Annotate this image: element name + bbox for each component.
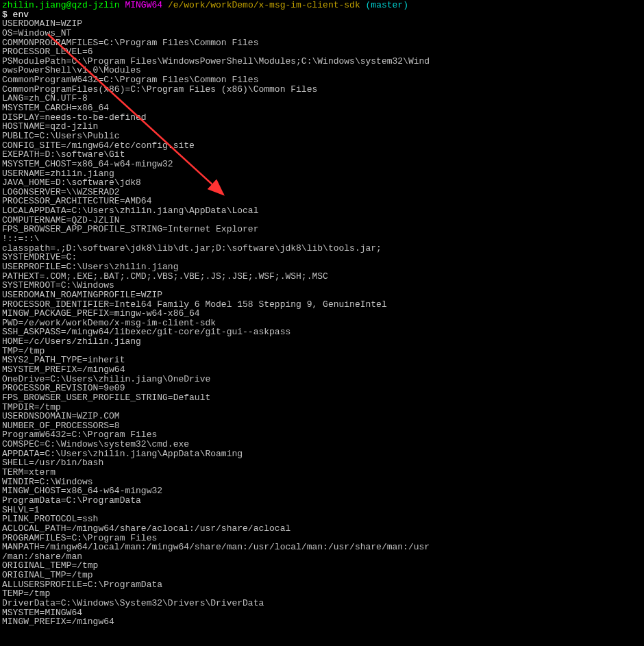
env-var-line: TERM=xterm	[2, 468, 642, 477]
env-var-line: PROCESSOR_ARCHITECTURE=AMD64	[2, 197, 642, 206]
env-var-line: MSYSTEM_CHOST=x86_64-w64-mingw32	[2, 160, 642, 169]
prompt-branch: (master)	[366, 0, 408, 10]
env-var-line: classpath=.;D:\software\jdk8\lib\dt.jar;…	[2, 244, 642, 253]
env-var-line: LANG=zh_CN.UTF-8	[2, 94, 642, 103]
env-var-line: ORIGINAL_TEMP=/tmp	[2, 561, 642, 571]
env-var-line: TMP=/tmp	[2, 347, 642, 356]
env-var-line: LOCALAPPDATA=C:\Users\zhilin.jiang\AppDa…	[2, 206, 642, 216]
env-var-line: ProgramData=C:\ProgramData	[2, 496, 642, 506]
env-var-line: PROGRAMFILES=C:\Program Files	[2, 534, 642, 543]
env-var-line: USERDNSDOMAIN=WZIP.COM	[2, 412, 642, 421]
env-var-line: COMSPEC=C:\Windows\system32\cmd.exe	[2, 440, 642, 449]
env-var-line: NUMBER_OF_PROCESSORS=8	[2, 421, 642, 431]
env-var-line: MINGW_PREFIX=/mingw64	[2, 617, 642, 627]
terminal-output: USERDOMAIN=WZIPOS=Windows_NTCOMMONPROGRA…	[2, 19, 642, 627]
env-var-line: CONFIG_SITE=/mingw64/etc/config.site	[2, 141, 642, 151]
command-line[interactable]: $ env	[2, 10, 642, 20]
prompt-line: zhilin.jiang@qzd-jzlin MINGW64 /e/work/w…	[2, 1, 642, 10]
env-var-line: PWD=/e/work/workDemo/x-msg-im-client-sdk	[2, 319, 642, 328]
env-var-line: PROCESSOR_REVISION=9e09	[2, 384, 642, 393]
prompt-path: /e/work/workDemo/x-msg-im-client-sdk	[168, 0, 360, 10]
env-var-line: ALLUSERSPROFILE=C:\ProgramData	[2, 580, 642, 590]
env-var-line: DISPLAY=needs-to-be-defined	[2, 113, 642, 123]
env-var-line: PSModulePath=C:\Program Files\WindowsPow…	[2, 57, 642, 66]
env-var-line: CommonProgramW6432=C:\Program Files\Comm…	[2, 75, 642, 85]
env-var-line: MINGW_CHOST=x86_64-w64-mingw32	[2, 486, 642, 496]
env-var-line: TEMP=/tmp	[2, 589, 642, 599]
env-var-line: CommonProgramFiles(x86)=C:\Program Files…	[2, 85, 642, 95]
env-var-line: EXEPATH=D:\software\Git	[2, 150, 642, 160]
env-var-line: OneDrive=C:\Users\zhilin.jiang\OneDrive	[2, 375, 642, 384]
env-var-line: USERNAME=zhilin.jiang	[2, 169, 642, 179]
env-var-line: PUBLIC=C:\Users\Public	[2, 132, 642, 141]
env-var-line: PROCESSOR_LEVEL=6	[2, 47, 642, 57]
env-var-line: owsPowerShell\v1.0\Modules	[2, 66, 642, 75]
env-var-line: SYSTEMROOT=C:\Windows	[2, 281, 642, 290]
env-var-line: MSYS2_PATH_TYPE=inherit	[2, 356, 642, 365]
env-var-line: SHLVL=1	[2, 506, 642, 515]
env-var-line: MSYSTEM_PREFIX=/mingw64	[2, 365, 642, 375]
env-var-line: ProgramW6432=C:\Program Files	[2, 430, 642, 440]
env-var-line: HOSTNAME=qzd-jzlin	[2, 122, 642, 132]
env-var-line: LOGONSERVER=\\WZSERAD2	[2, 188, 642, 197]
env-var-line: FPS_BROWSER_USER_PROFILE_STRING=Default	[2, 393, 642, 403]
env-var-line: FPS_BROWSER_APP_PROFILE_STRING=Internet …	[2, 225, 642, 234]
env-var-line: MSYSTEM_CARCH=x86_64	[2, 103, 642, 113]
env-var-line: SSH_ASKPASS=/mingw64/libexec/git-core/gi…	[2, 327, 642, 337]
env-var-line: ACLOCAL_PATH=/mingw64/share/aclocal:/usr…	[2, 524, 642, 534]
env-var-line: !::=::\	[2, 234, 642, 244]
env-var-line: MANPATH=/mingw64/local/man:/mingw64/shar…	[2, 543, 642, 552]
env-var-line: OS=Windows_NT	[2, 29, 642, 38]
env-var-line: MINGW_PACKAGE_PREFIX=mingw-w64-x86_64	[2, 309, 642, 319]
env-var-line: PROCESSOR_IDENTIFIER=Intel64 Family 6 Mo…	[2, 300, 642, 310]
env-var-line: TMPDIR=/tmp	[2, 403, 642, 412]
env-var-line: MSYSTEM=MINGW64	[2, 608, 642, 618]
env-var-line: WINDIR=C:\Windows	[2, 477, 642, 487]
env-var-line: HOME=/c/Users/zhilin.jiang	[2, 337, 642, 347]
prompt-mingw: MINGW64	[125, 0, 162, 10]
env-var-line: /man:/share/man	[2, 552, 642, 562]
env-var-line: SYSTEMDRIVE=C:	[2, 253, 642, 262]
env-var-line: ORIGINAL_TMP=/tmp	[2, 571, 642, 580]
env-var-line: APPDATA=C:\Users\zhilin.jiang\AppData\Ro…	[2, 449, 642, 459]
env-var-line: JAVA_HOME=D:\software\jdk8	[2, 178, 642, 188]
env-var-line: USERDOMAIN_ROAMINGPROFILE=WZIP	[2, 290, 642, 300]
env-var-line: PATHEXT=.COM;.EXE;.BAT;.CMD;.VBS;.VBE;.J…	[2, 272, 642, 282]
env-var-line: PLINK_PROTOCOL=ssh	[2, 514, 642, 524]
env-var-line: USERPROFILE=C:\Users\zhilin.jiang	[2, 262, 642, 272]
env-var-line: COMMONPROGRAMFILES=C:\Program Files\Comm…	[2, 38, 642, 48]
env-var-line: DriverData=C:\Windows\System32\Drivers\D…	[2, 599, 642, 608]
env-var-line: COMPUTERNAME=QZD-JZLIN	[2, 216, 642, 225]
env-var-line: SHELL=/usr/bin/bash	[2, 458, 642, 468]
env-var-line: USERDOMAIN=WZIP	[2, 19, 642, 29]
